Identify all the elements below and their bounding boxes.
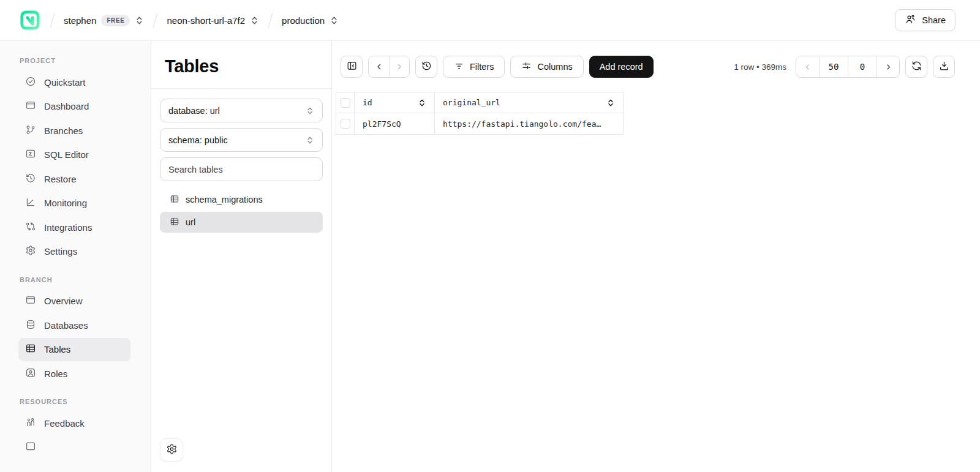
table-icon <box>170 217 179 228</box>
result-status: 1 row • 369ms <box>734 62 786 72</box>
database-icon <box>25 319 36 332</box>
gear-icon <box>166 443 178 457</box>
page-offset-value[interactable]: 0 <box>848 56 876 77</box>
table-icon <box>170 194 179 206</box>
breadcrumb-project[interactable]: neon-short-url-a7f2 <box>167 15 259 26</box>
users-icon <box>905 13 916 27</box>
row-checkbox[interactable] <box>341 119 350 129</box>
integrations-icon <box>25 221 36 234</box>
refresh-icon <box>911 60 922 73</box>
sort-icon[interactable] <box>606 99 615 107</box>
people-icon <box>25 417 36 430</box>
breadcrumb-branch[interactable]: production <box>282 15 339 26</box>
share-button[interactable]: Share <box>895 9 956 31</box>
share-label: Share <box>922 15 946 25</box>
document-icon <box>25 441 36 454</box>
download-button[interactable] <box>933 56 955 78</box>
app-header: stephen FREE neon-short-url-a7f2 product… <box>0 0 980 41</box>
filters-button[interactable]: Filters <box>443 56 505 78</box>
table-header-row: id original_url <box>336 92 624 113</box>
history-icon <box>421 60 432 73</box>
table-row[interactable]: pl2F7ScQ https://fastapi.tiangolo.com/fe… <box>336 113 624 135</box>
breadcrumb-divider <box>50 13 55 27</box>
table-list: schema_migrations url <box>160 189 323 233</box>
refresh-button[interactable] <box>905 56 927 78</box>
history-icon <box>25 173 36 185</box>
panel-left-close-icon <box>346 60 358 73</box>
window-icon <box>25 100 36 113</box>
next-page-button[interactable] <box>876 56 899 77</box>
section-title-branch: BRANCH <box>20 276 151 283</box>
sidebar-item-partial[interactable] <box>18 436 130 459</box>
schema-select[interactable]: schema: public <box>160 128 323 152</box>
column-header-id[interactable]: id <box>355 92 435 113</box>
sidebar-item-overview[interactable]: Overview <box>18 290 130 313</box>
search-tables-input[interactable] <box>160 157 323 181</box>
sidebar-item-branches[interactable]: Branches <box>18 119 130 142</box>
neon-logo-icon[interactable] <box>18 9 41 32</box>
sidebar-item-integrations[interactable]: Integrations <box>18 215 130 239</box>
cell-id[interactable]: pl2F7ScQ <box>355 113 435 135</box>
panel-settings-button[interactable] <box>160 438 183 462</box>
check-circle-icon <box>25 76 36 89</box>
database-select[interactable]: database: url <box>160 99 323 122</box>
sidebar: PROJECT Quickstart Dashboard Branches SQ… <box>0 41 151 472</box>
select-all-checkbox[interactable] <box>341 98 350 108</box>
sidebar-item-tables[interactable]: Tables <box>18 338 130 361</box>
sort-icon[interactable] <box>418 99 426 107</box>
sidebar-item-sql-editor[interactable]: SQL Editor <box>18 143 130 167</box>
filter-icon <box>454 61 464 73</box>
plan-badge: FREE <box>101 15 130 26</box>
sliders-icon <box>521 61 532 73</box>
sidebar-item-restore[interactable]: Restore <box>18 167 130 190</box>
user-square-icon <box>25 367 36 380</box>
table-content: Filters Columns Add record 1 row • 369ms… <box>332 41 980 472</box>
page-size-value[interactable]: 50 <box>819 56 848 77</box>
sidebar-item-settings[interactable]: Settings <box>18 240 130 263</box>
sidebar-item-quickstart[interactable]: Quickstart <box>18 70 130 94</box>
window-icon <box>25 294 36 307</box>
cell-original-url[interactable]: https://fastapi.tiangolo.com/fea… <box>435 113 624 135</box>
section-title-resources: RESOURCES <box>20 398 151 405</box>
chevron-up-down-icon <box>306 107 314 115</box>
table-list-item-schema-migrations[interactable]: schema_migrations <box>160 189 323 210</box>
pagination: 50 0 <box>796 56 900 78</box>
forward-button[interactable] <box>389 56 409 77</box>
chevron-up-down-icon <box>306 136 314 144</box>
sql-editor-icon <box>25 148 36 161</box>
git-branch-icon <box>25 124 36 137</box>
chart-icon <box>25 197 36 209</box>
add-record-button[interactable]: Add record <box>589 56 654 78</box>
project-name: neon-short-url-a7f2 <box>167 15 245 26</box>
sidebar-item-databases[interactable]: Databases <box>18 313 130 337</box>
query-history-button[interactable] <box>415 56 437 78</box>
chevron-up-down-icon <box>330 16 339 25</box>
chevron-up-down-icon <box>250 16 259 25</box>
history-nav <box>368 56 410 78</box>
sidebar-item-monitoring[interactable]: Monitoring <box>18 192 130 215</box>
table-icon <box>25 343 36 356</box>
columns-button[interactable]: Columns <box>510 56 583 78</box>
sidebar-item-feedback[interactable]: Feedback <box>18 411 130 435</box>
back-button[interactable] <box>369 56 389 77</box>
breadcrumb-divider <box>268 13 273 27</box>
breadcrumb-divider <box>153 13 158 27</box>
collapse-panel-button[interactable] <box>341 56 363 78</box>
column-header-original-url[interactable]: original_url <box>435 92 624 113</box>
chevron-up-down-icon <box>135 16 144 25</box>
prev-page-button[interactable] <box>796 56 819 77</box>
table-toolbar: Filters Columns Add record 1 row • 369ms… <box>341 56 955 78</box>
breadcrumb-org[interactable]: stephen FREE <box>64 15 144 26</box>
section-title-project: PROJECT <box>20 57 151 64</box>
sidebar-item-roles[interactable]: Roles <box>18 362 130 385</box>
branch-name: production <box>282 15 325 26</box>
tables-panel: Tables database: url schema: public sche… <box>151 41 332 472</box>
sidebar-item-dashboard[interactable]: Dashboard <box>18 95 130 118</box>
download-icon <box>938 60 950 73</box>
gear-icon <box>25 245 36 258</box>
org-name: stephen <box>64 15 96 26</box>
table-list-item-url[interactable]: url <box>160 212 323 233</box>
page-title: Tables <box>165 56 318 77</box>
records-table: id original_url pl2F7ScQ https://fastapi… <box>336 92 624 135</box>
